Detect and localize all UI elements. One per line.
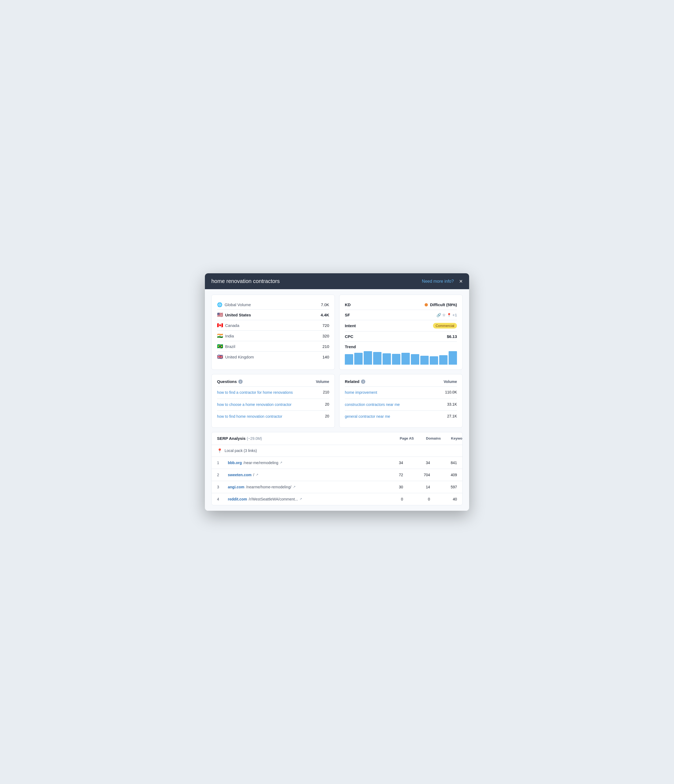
star-icon: ☆ <box>442 313 446 317</box>
serp-domain-0[interactable]: bbb.org <box>228 460 242 465</box>
question-vol-2: 20 <box>318 414 329 418</box>
related-link-1[interactable]: construction contractors near me <box>345 402 443 408</box>
ext-link-icon-0[interactable]: ↗ <box>280 461 282 464</box>
related-vol-0: 110.0K <box>445 390 457 394</box>
close-button[interactable]: × <box>459 278 462 284</box>
serp-url-0: bbb.org /near-me/remodeling ↗ <box>228 460 376 465</box>
intent-badge: Commercial <box>433 323 457 328</box>
country-label-0: 🇺🇸 United States <box>217 312 251 318</box>
kd-label: KD <box>345 302 351 307</box>
serp-domain-3[interactable]: reddit.com <box>228 497 247 501</box>
modal-header: home renovation contractors Need more in… <box>205 273 469 289</box>
cpc-value: $6.13 <box>447 334 457 339</box>
serp-keywords-2: 597 <box>430 485 457 489</box>
serp-url-1: sweeten.com / ↗ <box>228 473 376 477</box>
cpc-label: CPC <box>345 334 353 339</box>
serp-path-1: / <box>253 473 254 477</box>
serp-section: SERP Analysis (~29.0M) Page AS Domains K… <box>212 432 462 506</box>
kd-row: KD Difficult (59%) <box>345 300 457 310</box>
trend-bar <box>364 351 372 365</box>
country-row-3: 🇧🇷 Brazil 210 <box>217 341 329 352</box>
questions-info-icon[interactable]: i <box>238 380 243 384</box>
serp-num-3: 4 <box>217 497 228 501</box>
serp-header: SERP Analysis (~29.0M) Page AS Domains K… <box>212 432 462 445</box>
serp-page-as-0: 34 <box>376 460 403 465</box>
country-row-1: 🇨🇦 Canada 720 <box>217 320 329 331</box>
serp-num-0: 1 <box>217 460 228 465</box>
trend-bar <box>439 355 448 365</box>
country-label-4: 🇬🇧 United Kingdom <box>217 354 254 360</box>
ext-link-icon-3[interactable]: ↗ <box>299 497 302 501</box>
serp-domain-2[interactable]: angi.com <box>228 485 244 489</box>
question-item-0: how to find a contractor for home renova… <box>217 387 329 399</box>
country-value-2: 320 <box>322 334 329 338</box>
serp-col-headers: Page AS Domains Keywords <box>371 436 457 440</box>
country-row-2: 🇮🇳 India 320 <box>217 331 329 341</box>
location-icon: 📍 <box>447 313 451 317</box>
questions-vol-header: Volume <box>316 380 329 384</box>
country-value-0: 4.4K <box>321 313 329 317</box>
trend-bar <box>430 356 438 365</box>
location-pin-icon: 📍 <box>217 448 223 453</box>
question-vol-1: 20 <box>318 402 329 406</box>
question-link-0[interactable]: how to find a contractor for home renova… <box>217 390 315 395</box>
flag-in: 🇮🇳 <box>217 333 223 339</box>
question-link-1[interactable]: how to choose a home renovation contract… <box>217 402 315 408</box>
related-info-icon[interactable]: i <box>361 380 365 384</box>
serp-header-left: SERP Analysis (~29.0M) <box>217 436 262 441</box>
trend-bar <box>420 356 429 365</box>
flag-br: 🇧🇷 <box>217 343 223 349</box>
related-item-0: home improvement 110.0K <box>345 387 457 399</box>
trend-bar <box>392 354 400 365</box>
sf-icons: 🔗 ☆ 📍 +1 <box>436 313 457 317</box>
related-vol-1: 33.1K <box>446 402 457 406</box>
questions-card: Questions i Volume how to find a contrac… <box>212 374 335 428</box>
serp-row-3: 4 reddit.com /r/WestSeattleWA/comment...… <box>212 493 462 505</box>
country-value-3: 210 <box>322 344 329 349</box>
serp-page-as-2: 30 <box>376 485 403 489</box>
questions-title: Questions i <box>217 379 243 384</box>
difficulty-dot <box>425 303 428 306</box>
modal-body: 🌐 Global Volume 7.0K 🇺🇸 United States 4.… <box>205 289 469 511</box>
question-link-2[interactable]: how to find home renovation contractor <box>217 414 315 419</box>
trend-bar <box>354 353 363 365</box>
country-value-1: 720 <box>322 323 329 328</box>
volume-card: 🌐 Global Volume 7.0K 🇺🇸 United States 4.… <box>212 295 335 370</box>
serp-count: (~29.0M) <box>247 436 262 441</box>
sf-row: SF 🔗 ☆ 📍 +1 <box>345 310 457 320</box>
kd-card: KD Difficult (59%) SF 🔗 ☆ 📍 +1 <box>339 295 462 370</box>
trend-section: Trend <box>345 342 457 365</box>
local-pack-label: Local pack (3 links) <box>224 448 257 453</box>
ext-link-icon-1[interactable]: ↗ <box>256 473 258 476</box>
kd-value: Difficult (59%) <box>425 302 457 307</box>
global-volume-row: 🌐 Global Volume 7.0K <box>217 300 329 310</box>
ext-link-icon-2[interactable]: ↗ <box>293 485 296 488</box>
need-more-info-link[interactable]: Need more info? <box>422 279 454 284</box>
sf-label: SF <box>345 313 350 317</box>
country-label-2: 🇮🇳 India <box>217 333 234 339</box>
globe-icon: 🌐 <box>217 302 223 307</box>
intent-row: Intent Commercial <box>345 320 457 331</box>
serp-domain-1[interactable]: sweeten.com <box>228 473 252 477</box>
serp-keywords-3: 40 <box>430 497 457 501</box>
question-vol-0: 210 <box>318 390 329 394</box>
trend-bar <box>402 353 410 365</box>
local-pack-row: 📍 Local pack (3 links) <box>212 445 462 457</box>
serp-num-2: 3 <box>217 485 228 489</box>
serp-domains-0: 34 <box>403 460 430 465</box>
serp-page-as-3: 0 <box>376 497 403 501</box>
related-link-2[interactable]: general contractor near me <box>345 414 443 419</box>
trend-label: Trend <box>345 344 457 349</box>
trend-bar <box>411 354 419 365</box>
related-link-0[interactable]: home improvement <box>345 390 442 395</box>
serp-path-3: /r/WestSeattleWA/comment... <box>249 497 298 501</box>
country-label-1: 🇨🇦 Canada <box>217 322 240 328</box>
global-volume-value: 7.0K <box>321 302 329 307</box>
related-title: Related i <box>345 379 365 384</box>
serp-title: SERP Analysis <box>217 436 246 441</box>
related-card: Related i Volume home improvement 110.0K… <box>339 374 462 428</box>
mid-row: Questions i Volume how to find a contrac… <box>212 374 462 428</box>
question-item-2: how to find home renovation contractor 2… <box>217 411 329 423</box>
serp-keywords-1: 409 <box>430 473 457 477</box>
serp-domains-3: 0 <box>403 497 430 501</box>
